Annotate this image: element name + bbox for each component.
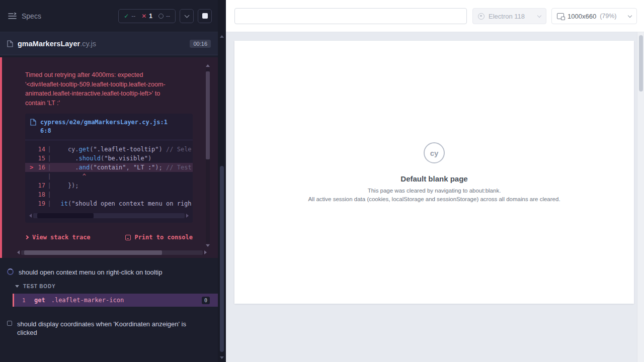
code-text: });	[53, 182, 193, 189]
scroll-left-arrow[interactable]	[29, 214, 32, 218]
code-text: it("should open context menu on righ	[53, 200, 193, 207]
blank-page-line2: All active session data (cookies, localS…	[308, 196, 560, 202]
scrollbar-thumb[interactable]	[639, 35, 643, 92]
line-number: 16	[25, 164, 45, 171]
stop-icon	[202, 13, 208, 19]
scrollbar-track[interactable]	[21, 250, 203, 255]
scrollbar-thumb[interactable]	[37, 213, 94, 218]
chevron-down-icon	[628, 13, 632, 17]
gutter-pipe: |	[45, 191, 53, 198]
scrollbar-track[interactable]	[206, 68, 210, 243]
browser-select[interactable]: Electron 118	[472, 8, 546, 24]
reporter-sidebar: Specs ✓ -- ✕ 1 --	[0, 0, 218, 362]
pending-circle-icon	[158, 14, 164, 19]
code-frame: cypress/e2e/gmaMarkersLayer.cy.js:16:8 1…	[25, 114, 193, 223]
code-line-19: 19 | it("should open context menu on rig…	[25, 199, 193, 208]
command-number: 1	[22, 297, 34, 304]
error-horizontal-scrollbar[interactable]	[17, 249, 207, 255]
viewport-scale: (79%)	[600, 13, 625, 20]
code-snippet: 14 | cy.get(".leaflet-tooltip") // Sele …	[25, 140, 193, 210]
running-spinner-icon	[7, 268, 14, 275]
code-line-18: 18 |	[25, 190, 193, 199]
specs-menu: Specs	[8, 12, 41, 20]
specs-menu-icon[interactable]	[8, 13, 17, 20]
browser-label: Electron 118	[489, 13, 534, 20]
blank-page-heading: Default blank page	[400, 174, 467, 183]
test-running[interactable]: should open context menu on right-click …	[0, 262, 218, 281]
aut-frame: cy Default blank page This page was clea…	[234, 41, 634, 304]
code-line-17: 17 | });	[25, 181, 193, 190]
line-number: 14	[25, 146, 45, 153]
scroll-up-arrow[interactable]	[220, 35, 224, 38]
code-line-15: 15 | .should("be.visible")	[25, 154, 193, 163]
cypress-runner: Specs ✓ -- ✕ 1 --	[0, 0, 644, 362]
check-icon: ✓	[124, 13, 129, 20]
chevron-down-icon	[184, 13, 189, 18]
url-input[interactable]	[234, 8, 467, 24]
test-stats: ✓ -- ✕ 1 --	[118, 9, 176, 23]
scroll-down-arrow[interactable]	[206, 244, 210, 247]
stop-button[interactable]	[198, 9, 212, 23]
error-message: Timed out retrying after 4000ms: expecte…	[25, 70, 193, 108]
code-horizontal-scrollbar[interactable]	[29, 213, 189, 219]
error-message-line: Timed out retrying after 4000ms: expecte…	[25, 70, 193, 80]
test-title: should display coordinates when 'Koordin…	[17, 320, 193, 337]
test-pending[interactable]: should display coordinates when 'Koordin…	[0, 314, 218, 341]
code-line-caret: | ^	[25, 172, 193, 181]
viewport-select[interactable]: 1000x660 (79%)	[551, 8, 637, 24]
code-line-14: 14 | cy.get(".leaflet-tooltip") // Sele	[25, 145, 193, 154]
code-text: .and("contain", "LT :"); // Test	[53, 164, 193, 171]
print-to-console-label: Print to console	[134, 234, 193, 241]
spec-name: gmaMarkersLayer.cy.js	[18, 40, 185, 48]
spec-name-base: gmaMarkersLayer	[18, 40, 80, 48]
console-icon	[125, 235, 131, 240]
blank-page-line1: This page was cleared by navigating to a…	[368, 188, 501, 194]
chevron-right-icon	[25, 235, 29, 239]
spec-file-icon	[7, 40, 13, 47]
scroll-up-arrow[interactable]	[206, 64, 210, 67]
pending-test-icon	[7, 321, 12, 326]
scroll-left-arrow[interactable]	[17, 250, 20, 254]
print-to-console-button[interactable]: Print to console	[125, 234, 193, 241]
viewport-icon	[557, 13, 564, 19]
spec-timer-badge: 00:16	[190, 40, 211, 48]
stat-failed: ✕ 1	[141, 13, 152, 20]
scrollbar-thumb[interactable]	[206, 71, 210, 159]
gutter-pipe: |	[45, 164, 53, 171]
command-target: .leaflet-marker-icon	[51, 297, 124, 304]
command-method: get	[34, 297, 45, 304]
scroll-right-arrow[interactable]	[204, 250, 207, 254]
view-stack-trace-button[interactable]: View stack trace	[25, 234, 91, 241]
scroll-down-arrow[interactable]	[220, 356, 224, 359]
test-body-toggle[interactable]: TEST BODY	[0, 281, 218, 293]
spec-header[interactable]: gmaMarkersLayer.cy.js 00:16	[0, 32, 218, 55]
electron-icon	[478, 13, 485, 20]
gutter-pipe: |	[45, 146, 53, 153]
code-frame-header: cypress/e2e/gmaMarkersLayer.cy.js:16:8	[25, 114, 193, 140]
error-message-line: contain 'LT :'	[25, 99, 193, 108]
gutter-pipe: |	[45, 155, 53, 162]
file-icon	[30, 119, 36, 126]
page-scrollbar[interactable]	[637, 32, 644, 362]
error-message-line: '<div#leaflet-tooltip-509.leaflet-toolti…	[25, 80, 193, 89]
reporter-header: Specs ✓ -- ✕ 1 --	[0, 0, 218, 32]
specs-title[interactable]: Specs	[22, 12, 41, 20]
line-number: 18	[25, 191, 45, 198]
error-file-link[interactable]: cypress/e2e/gmaMarkersLayer.cy.js:16:8	[40, 118, 168, 135]
scrollbar-thumb[interactable]	[220, 166, 224, 352]
gutter-pipe: |	[45, 182, 53, 189]
code-text: ^	[53, 173, 193, 180]
scrollbar-track[interactable]	[33, 213, 185, 218]
app-main: Electron 118 1000x660 (79%) cy Default b…	[226, 0, 644, 362]
test-body-label: TEST BODY	[23, 284, 55, 289]
collapse-all-button[interactable]	[180, 9, 194, 23]
error-vertical-scrollbar[interactable]	[205, 64, 210, 247]
scroll-right-arrow[interactable]	[186, 214, 189, 218]
line-number: 17	[25, 182, 45, 189]
command-log-entry[interactable]: 1 get .leaflet-marker-icon 0	[13, 294, 218, 307]
reporter-scrollbar[interactable]	[218, 0, 226, 362]
error-message-line: animated.leaflet-interactive.leaflet-too…	[25, 89, 193, 99]
line-number: 19	[25, 200, 45, 207]
scrollbar-thumb[interactable]	[24, 250, 162, 255]
stat-pending: --	[158, 13, 170, 20]
